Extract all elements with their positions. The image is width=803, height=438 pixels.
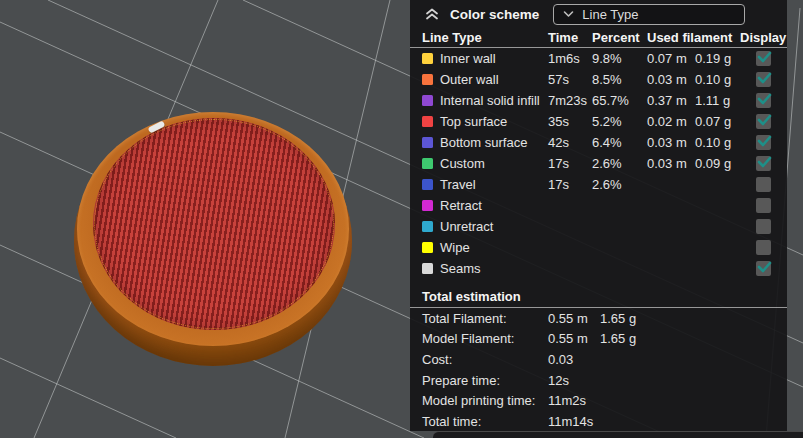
check-icon (755, 132, 773, 149)
filament-g-value: 0.07 g (695, 114, 740, 129)
display-checkbox[interactable] (756, 72, 771, 87)
line-type-swatch (422, 74, 433, 85)
table-row: Bottom surface 42s 6.4% 0.03 m 0.10 g (410, 132, 787, 153)
filament-m-value: 0.03 m (647, 156, 695, 171)
layer-slider-bar[interactable] (433, 431, 803, 438)
check-icon (755, 153, 773, 170)
time-value: 17s (548, 156, 592, 171)
table-row: Inner wall 1m6s 9.8% 0.07 m 0.19 g (410, 48, 787, 69)
display-checkbox[interactable] (756, 240, 771, 255)
total-label: Cost: (422, 352, 548, 367)
total-value-2: 1.65 g (600, 311, 787, 326)
total-label: Total time: (422, 414, 548, 429)
total-value-1: 0.03 (548, 352, 600, 367)
line-type-swatch (422, 242, 433, 253)
total-row: Model Filament: 0.55 m 1.65 g (410, 329, 787, 350)
display-checkbox[interactable] (756, 93, 771, 108)
check-icon (755, 111, 773, 128)
line-type-swatch (422, 137, 433, 148)
line-type-label: Top surface (440, 114, 548, 129)
total-value-1: 12s (548, 373, 600, 388)
total-row: Cost: 0.03 (410, 349, 787, 370)
total-row: Total Filament: 0.55 m 1.65 g (410, 308, 787, 329)
line-type-label: Seams (440, 261, 548, 276)
display-checkbox[interactable] (756, 135, 771, 150)
filament-g-value: 0.09 g (695, 156, 740, 171)
time-value: 42s (548, 135, 592, 150)
time-value: 35s (548, 114, 592, 129)
table-header: Line Type Time Percent Used filament Dis… (410, 28, 787, 48)
display-checkbox[interactable] (756, 51, 771, 66)
panel-title: Color scheme (450, 7, 539, 22)
total-label: Prepare time: (422, 373, 548, 388)
line-type-label: Wipe (440, 240, 548, 255)
percent-value: 6.4% (592, 135, 647, 150)
line-type-label: Unretract (440, 219, 548, 234)
dropdown-selected-value: Line Type (582, 7, 638, 22)
collapse-panel-icon[interactable] (424, 7, 440, 21)
total-estimation-title: Total estimation (410, 287, 787, 308)
filament-m-value: 0.02 m (647, 114, 695, 129)
filament-g-value: 0.19 g (695, 51, 740, 66)
display-checkbox[interactable] (756, 177, 771, 192)
table-row: Seams (410, 258, 787, 279)
table-row: Travel 17s 2.6% (410, 174, 787, 195)
total-value-1: 0.55 m (548, 331, 600, 346)
percent-value: 65.7% (592, 93, 647, 108)
filament-m-value: 0.03 m (647, 135, 695, 150)
chevron-down-icon (563, 10, 574, 18)
percent-value: 2.6% (592, 177, 647, 192)
total-label: Total Filament: (422, 311, 548, 326)
check-icon (755, 90, 773, 107)
col-header-used-filament: Used filament (647, 30, 740, 45)
total-value-1: 11m14s (548, 414, 600, 429)
line-type-swatch (422, 221, 433, 232)
color-scheme-dropdown[interactable]: Line Type (553, 4, 745, 25)
percent-value: 9.8% (592, 51, 647, 66)
col-header-percent: Percent (592, 30, 647, 45)
table-row: Wipe (410, 237, 787, 258)
filament-m-value: 0.07 m (647, 51, 695, 66)
display-checkbox[interactable] (756, 198, 771, 213)
check-icon (755, 258, 773, 275)
col-header-display: Display (740, 30, 787, 45)
col-header-line-type: Line Type (422, 30, 548, 45)
line-type-label: Travel (440, 177, 548, 192)
display-checkbox[interactable] (756, 261, 771, 276)
color-scheme-panel: Color scheme Line Type Line Type Time Pe… (410, 0, 787, 431)
percent-value: 2.6% (592, 156, 647, 171)
line-type-label: Retract (440, 198, 548, 213)
line-type-label: Inner wall (440, 51, 548, 66)
time-value: 57s (548, 72, 592, 87)
display-checkbox[interactable] (756, 156, 771, 171)
line-type-swatch (422, 116, 433, 127)
model-top-infill (93, 118, 335, 330)
line-type-swatch (422, 53, 433, 64)
total-value-2: 1.65 g (600, 331, 787, 346)
filament-g-value: 0.10 g (695, 135, 740, 150)
line-type-label: Internal solid infill (440, 93, 548, 108)
total-value-1: 11m2s (548, 393, 600, 408)
display-checkbox[interactable] (756, 219, 771, 234)
table-row: Internal solid infill 7m23s 65.7% 0.37 m… (410, 90, 787, 111)
display-checkbox[interactable] (756, 114, 771, 129)
table-row: Unretract (410, 216, 787, 237)
total-row: Total time: 11m14s (410, 411, 787, 432)
total-row: Prepare time: 12s (410, 370, 787, 391)
line-type-swatch (422, 158, 433, 169)
total-value-1: 0.55 m (548, 311, 600, 326)
filament-m-value: 0.03 m (647, 72, 695, 87)
filament-g-value: 1.11 g (695, 93, 740, 108)
table-row: Top surface 35s 5.2% 0.02 m 0.07 g (410, 111, 787, 132)
panel-header: Color scheme Line Type (410, 0, 787, 28)
table-row: Outer wall 57s 8.5% 0.03 m 0.10 g (410, 69, 787, 90)
sliced-model (74, 112, 352, 366)
percent-value: 5.2% (592, 114, 647, 129)
total-label: Model Filament: (422, 331, 548, 346)
total-row: Model printing time: 11m2s (410, 390, 787, 411)
line-type-swatch (422, 179, 433, 190)
total-label: Model printing time: (422, 393, 548, 408)
percent-value: 8.5% (592, 72, 647, 87)
table-row: Custom 17s 2.6% 0.03 m 0.09 g (410, 153, 787, 174)
line-type-swatch (422, 95, 433, 106)
